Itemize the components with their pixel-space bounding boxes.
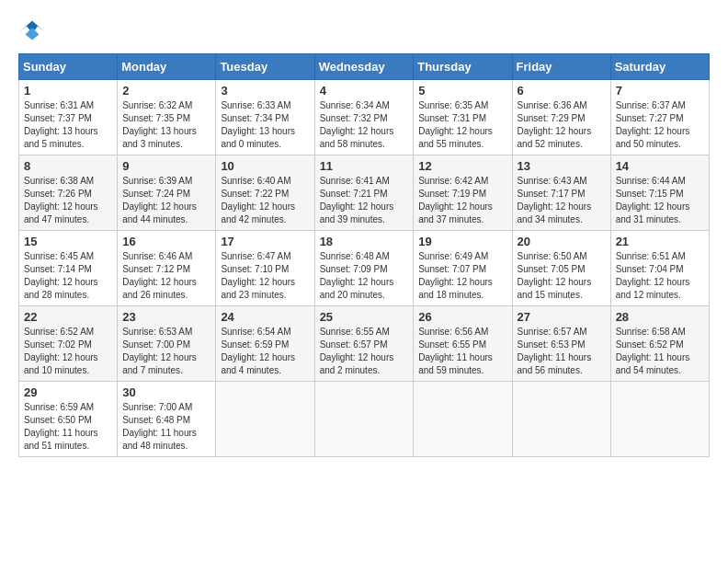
calendar-day-cell: 22Sunrise: 6:52 AM Sunset: 7:02 PM Dayli… xyxy=(19,306,118,382)
day-number: 17 xyxy=(221,235,309,248)
calendar-day-cell: 2Sunrise: 6:32 AM Sunset: 7:35 PM Daylig… xyxy=(118,80,216,155)
calendar-day-cell: 6Sunrise: 6:36 AM Sunset: 7:29 PM Daylig… xyxy=(512,80,610,155)
day-number: 27 xyxy=(518,310,606,324)
day-number: 18 xyxy=(320,235,409,248)
calendar-day-cell: 15Sunrise: 6:45 AM Sunset: 7:14 PM Dayli… xyxy=(19,231,118,306)
day-info: Sunrise: 6:51 AM Sunset: 7:04 PM Dayligh… xyxy=(616,250,704,302)
day-number: 20 xyxy=(518,235,606,248)
day-info: Sunrise: 6:34 AM Sunset: 7:32 PM Dayligh… xyxy=(320,99,409,151)
day-number: 29 xyxy=(24,385,112,399)
day-info: Sunrise: 6:41 AM Sunset: 7:21 PM Dayligh… xyxy=(320,175,409,226)
day-number: 4 xyxy=(320,84,409,98)
calendar-day-cell: 30Sunrise: 7:00 AM Sunset: 6:48 PM Dayli… xyxy=(118,382,216,457)
calendar-day-cell: 14Sunrise: 6:44 AM Sunset: 7:15 PM Dayli… xyxy=(610,155,709,231)
day-number: 24 xyxy=(221,310,309,324)
day-number: 22 xyxy=(24,310,112,324)
day-number: 13 xyxy=(518,159,606,173)
day-number: 21 xyxy=(616,235,704,248)
weekday-header: Sunday xyxy=(19,54,118,80)
calendar-day-cell: 26Sunrise: 6:56 AM Sunset: 6:55 PM Dayli… xyxy=(414,306,512,382)
day-info: Sunrise: 6:54 AM Sunset: 6:59 PM Dayligh… xyxy=(221,326,309,377)
day-number: 7 xyxy=(616,84,704,98)
day-info: Sunrise: 6:33 AM Sunset: 7:34 PM Dayligh… xyxy=(221,99,309,151)
day-number: 3 xyxy=(221,84,309,98)
weekday-header: Wednesday xyxy=(314,54,414,80)
day-number: 10 xyxy=(221,159,309,173)
calendar-day-cell xyxy=(610,382,709,457)
calendar-day-cell: 9Sunrise: 6:39 AM Sunset: 7:24 PM Daylig… xyxy=(118,155,216,231)
day-number: 28 xyxy=(616,310,704,324)
day-number: 15 xyxy=(24,235,112,248)
day-info: Sunrise: 7:00 AM Sunset: 6:48 PM Dayligh… xyxy=(122,401,210,453)
calendar-day-cell: 29Sunrise: 6:59 AM Sunset: 6:50 PM Dayli… xyxy=(19,382,118,457)
day-number: 2 xyxy=(122,84,210,98)
calendar-week-row: 15Sunrise: 6:45 AM Sunset: 7:14 PM Dayli… xyxy=(19,231,710,306)
day-info: Sunrise: 6:52 AM Sunset: 7:02 PM Dayligh… xyxy=(24,326,112,377)
day-info: Sunrise: 6:39 AM Sunset: 7:24 PM Dayligh… xyxy=(122,175,210,226)
day-number: 30 xyxy=(122,385,210,399)
day-info: Sunrise: 6:42 AM Sunset: 7:19 PM Dayligh… xyxy=(418,175,506,226)
day-info: Sunrise: 6:46 AM Sunset: 7:12 PM Dayligh… xyxy=(122,250,210,302)
calendar-day-cell xyxy=(216,382,314,457)
day-info: Sunrise: 6:37 AM Sunset: 7:27 PM Dayligh… xyxy=(616,99,704,151)
day-number: 19 xyxy=(418,235,506,248)
calendar-day-cell: 25Sunrise: 6:55 AM Sunset: 6:57 PM Dayli… xyxy=(314,306,414,382)
day-number: 12 xyxy=(418,159,506,173)
calendar-week-row: 22Sunrise: 6:52 AM Sunset: 7:02 PM Dayli… xyxy=(19,306,710,382)
day-info: Sunrise: 6:48 AM Sunset: 7:09 PM Dayligh… xyxy=(320,250,409,302)
calendar-day-cell: 3Sunrise: 6:33 AM Sunset: 7:34 PM Daylig… xyxy=(216,80,314,155)
day-info: Sunrise: 6:40 AM Sunset: 7:22 PM Dayligh… xyxy=(221,175,309,226)
svg-marker-1 xyxy=(26,28,40,40)
day-info: Sunrise: 6:36 AM Sunset: 7:29 PM Dayligh… xyxy=(518,99,606,151)
day-number: 16 xyxy=(122,235,210,248)
day-info: Sunrise: 6:58 AM Sunset: 6:52 PM Dayligh… xyxy=(616,326,704,377)
day-number: 6 xyxy=(518,84,606,98)
calendar-day-cell: 19Sunrise: 6:49 AM Sunset: 7:07 PM Dayli… xyxy=(414,231,512,306)
calendar-day-cell xyxy=(314,382,414,457)
calendar-week-row: 29Sunrise: 6:59 AM Sunset: 6:50 PM Dayli… xyxy=(19,382,710,457)
weekday-header: Thursday xyxy=(414,54,512,80)
day-number: 5 xyxy=(418,84,506,98)
day-number: 8 xyxy=(24,159,112,173)
day-info: Sunrise: 6:50 AM Sunset: 7:05 PM Dayligh… xyxy=(518,250,606,302)
calendar-day-cell: 13Sunrise: 6:43 AM Sunset: 7:17 PM Dayli… xyxy=(512,155,610,231)
day-info: Sunrise: 6:55 AM Sunset: 6:57 PM Dayligh… xyxy=(320,326,409,377)
page-header xyxy=(18,18,710,44)
day-info: Sunrise: 6:56 AM Sunset: 6:55 PM Dayligh… xyxy=(418,326,506,377)
calendar-day-cell: 8Sunrise: 6:38 AM Sunset: 7:26 PM Daylig… xyxy=(19,155,118,231)
day-info: Sunrise: 6:49 AM Sunset: 7:07 PM Dayligh… xyxy=(418,250,506,302)
calendar-day-cell xyxy=(512,382,610,457)
logo xyxy=(18,18,50,44)
day-info: Sunrise: 6:31 AM Sunset: 7:37 PM Dayligh… xyxy=(24,99,112,151)
day-info: Sunrise: 6:32 AM Sunset: 7:35 PM Dayligh… xyxy=(122,99,210,151)
calendar-week-row: 8Sunrise: 6:38 AM Sunset: 7:26 PM Daylig… xyxy=(19,155,710,231)
day-info: Sunrise: 6:43 AM Sunset: 7:17 PM Dayligh… xyxy=(518,175,606,226)
calendar-day-cell: 28Sunrise: 6:58 AM Sunset: 6:52 PM Dayli… xyxy=(610,306,709,382)
day-number: 1 xyxy=(24,84,112,98)
calendar-header-row: SundayMondayTuesdayWednesdayThursdayFrid… xyxy=(19,54,710,80)
day-number: 25 xyxy=(320,310,409,324)
calendar-table: SundayMondayTuesdayWednesdayThursdayFrid… xyxy=(18,53,710,457)
weekday-header: Saturday xyxy=(610,54,709,80)
day-info: Sunrise: 6:57 AM Sunset: 6:53 PM Dayligh… xyxy=(518,326,606,377)
calendar-day-cell: 11Sunrise: 6:41 AM Sunset: 7:21 PM Dayli… xyxy=(314,155,414,231)
calendar-day-cell: 12Sunrise: 6:42 AM Sunset: 7:19 PM Dayli… xyxy=(414,155,512,231)
day-info: Sunrise: 6:35 AM Sunset: 7:31 PM Dayligh… xyxy=(418,99,506,151)
calendar-day-cell: 4Sunrise: 6:34 AM Sunset: 7:32 PM Daylig… xyxy=(314,80,414,155)
day-number: 26 xyxy=(418,310,506,324)
calendar-day-cell: 27Sunrise: 6:57 AM Sunset: 6:53 PM Dayli… xyxy=(512,306,610,382)
logo-icon xyxy=(18,18,46,44)
calendar-week-row: 1Sunrise: 6:31 AM Sunset: 7:37 PM Daylig… xyxy=(19,80,710,155)
calendar-day-cell: 18Sunrise: 6:48 AM Sunset: 7:09 PM Dayli… xyxy=(314,231,414,306)
day-number: 23 xyxy=(122,310,210,324)
day-number: 11 xyxy=(320,159,409,173)
calendar-day-cell: 10Sunrise: 6:40 AM Sunset: 7:22 PM Dayli… xyxy=(216,155,314,231)
calendar-day-cell: 20Sunrise: 6:50 AM Sunset: 7:05 PM Dayli… xyxy=(512,231,610,306)
calendar-day-cell: 21Sunrise: 6:51 AM Sunset: 7:04 PM Dayli… xyxy=(610,231,709,306)
calendar-day-cell: 17Sunrise: 6:47 AM Sunset: 7:10 PM Dayli… xyxy=(216,231,314,306)
day-info: Sunrise: 6:38 AM Sunset: 7:26 PM Dayligh… xyxy=(24,175,112,226)
calendar-day-cell: 1Sunrise: 6:31 AM Sunset: 7:37 PM Daylig… xyxy=(19,80,118,155)
calendar-day-cell xyxy=(414,382,512,457)
day-info: Sunrise: 6:47 AM Sunset: 7:10 PM Dayligh… xyxy=(221,250,309,302)
weekday-header: Tuesday xyxy=(216,54,314,80)
